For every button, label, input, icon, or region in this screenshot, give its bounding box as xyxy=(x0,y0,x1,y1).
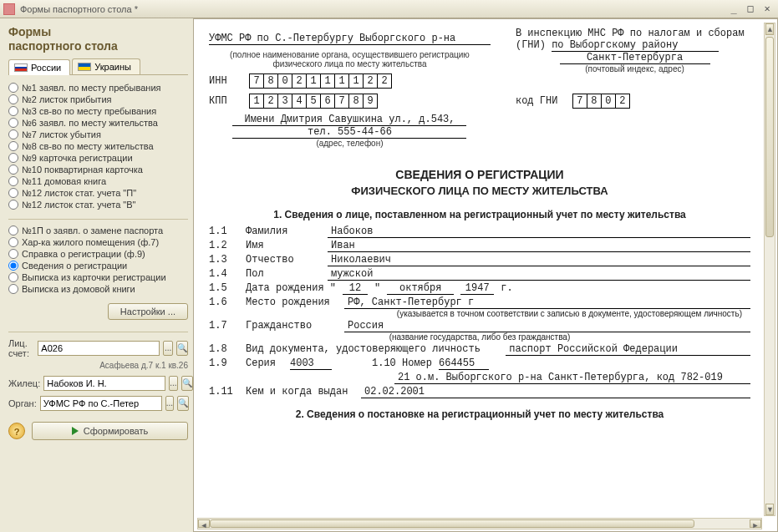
code-cell: 7 xyxy=(249,73,264,89)
form-list-2: №1П о заявл. о замене паспортаХар-ка жил… xyxy=(8,225,188,295)
tab-ukraine[interactable]: Украины xyxy=(72,58,140,74)
form-radio-item[interactable]: №1 заявл. по месту пребывания xyxy=(8,82,188,94)
code-cell: 2 xyxy=(292,73,307,89)
tenant-search-button[interactable]: 🔍 xyxy=(181,376,193,391)
form-radio-label: №6 заявл. по месту жительства xyxy=(22,118,158,128)
form-radio-item[interactable]: №7 листок убытия xyxy=(8,129,188,140)
form-radio-item[interactable]: Хар-ка жилого помещения (ф.7) xyxy=(8,236,188,248)
tab-russia[interactable]: России xyxy=(8,59,70,75)
inn-cells: 7802111122 xyxy=(249,73,392,89)
org-browse-button[interactable]: ... xyxy=(165,396,174,411)
org-input[interactable] xyxy=(40,396,162,411)
gni-cells: 7802 xyxy=(572,94,630,109)
org-search-button[interactable]: 🔍 xyxy=(177,396,189,411)
insp-gni-label: (ГНИ) xyxy=(516,39,546,51)
scroll-down-icon[interactable]: ▼ xyxy=(765,504,774,515)
form-radio-label: №12 листок стат. учета "В" xyxy=(22,200,136,210)
code-cell: 1 xyxy=(249,94,264,109)
help-icon[interactable]: ? xyxy=(8,423,25,439)
code-cell: 2 xyxy=(363,73,378,89)
generate-label: Сформировать xyxy=(84,426,149,436)
form-radio-item[interactable]: №10 поквартирная карточка xyxy=(8,164,188,175)
scroll-up-icon[interactable]: ▲ xyxy=(765,23,774,35)
code-cell: 2 xyxy=(263,94,278,109)
form-radio-label: №2 листок прибытия xyxy=(22,94,112,104)
titlebar: Формы паспортного стола * _ □ ✕ xyxy=(0,0,778,18)
doc-subtitle: ФИЗИЧЕСКОГО ЛИЦА ПО МЕСТУ ЖИТЕЛЬСТВА xyxy=(209,185,750,197)
val-issuer: 21 о.м. Выборгского р-на Санкт-Петербург… xyxy=(394,372,750,384)
app-icon xyxy=(3,3,15,15)
form-radio-item[interactable]: №12 листок стат. учета "П" xyxy=(8,187,188,199)
form-radio-label: №12 листок стат. учета "П" xyxy=(22,188,136,198)
maximize-button[interactable]: □ xyxy=(743,3,758,15)
scroll-right-icon[interactable]: ► xyxy=(750,519,761,528)
account-search-button[interactable]: 🔍 xyxy=(176,341,188,356)
form-radio-item[interactable]: №8 св-во по месту жительства xyxy=(8,140,188,152)
val-surname: Набоков xyxy=(328,225,750,238)
tenant-input[interactable] xyxy=(43,376,165,391)
form-radio-label: №1П о заявл. о замене паспорта xyxy=(22,225,163,236)
tenant-browse-button[interactable]: ... xyxy=(169,376,177,391)
country-tabs: России Украины xyxy=(8,58,188,75)
form-radio-label: №11 домовая книга xyxy=(22,176,106,186)
code-cell: 7 xyxy=(572,94,587,109)
form-radio-label: Выписка из домовой книги xyxy=(22,284,135,294)
tenant-label: Жилец: xyxy=(8,378,40,388)
org-row: Орган: ... 🔍 xyxy=(8,396,188,411)
form-radio-item[interactable]: Сведения о регистрации xyxy=(8,260,188,271)
val-series: 4003 xyxy=(290,357,332,370)
kpp-label: КПП xyxy=(209,95,242,107)
form-radio-item[interactable]: №11 домовая книга xyxy=(8,175,188,187)
account-label: Лиц. счет: xyxy=(8,338,34,358)
account-input[interactable] xyxy=(38,341,160,356)
account-row: Лиц. счет: ... 🔍 xyxy=(8,338,188,358)
scrollbar-vertical[interactable]: ▲ ▼ xyxy=(764,23,775,516)
scroll-left-icon[interactable]: ◄ xyxy=(198,519,210,528)
scroll-thumb-v[interactable] xyxy=(765,37,774,237)
doc-title: СВЕДЕНИЯ О РЕГИСТРАЦИИ xyxy=(209,168,750,181)
play-icon xyxy=(72,427,79,435)
code-cell: 5 xyxy=(306,94,321,109)
form-radio-label: №1 заявл. по месту пребывания xyxy=(22,83,161,93)
code-cell: 8 xyxy=(348,94,364,109)
form-radio-label: №7 листок убытия xyxy=(22,129,101,139)
insp-caption: (почтовый индекс, адрес) xyxy=(516,64,754,73)
form-radio-item[interactable]: №1П о заявл. о замене паспорта xyxy=(8,225,188,236)
insp-line3: Санкт-Петербурга xyxy=(560,52,710,64)
close-button[interactable]: ✕ xyxy=(760,3,775,15)
form-radio-item[interactable]: №12 листок стат. учета "В" xyxy=(8,199,188,210)
addr-line1: Имени Дмитрия Савушкина ул., д.543, xyxy=(232,114,466,126)
form-radio-item[interactable]: №9 карточка регистрации xyxy=(8,152,188,164)
form-radio-item[interactable]: №2 листок прибытия xyxy=(8,94,188,105)
generate-button[interactable]: Сформировать xyxy=(32,422,188,440)
form-radio-item[interactable]: Выписка из домовой книги xyxy=(8,283,188,295)
account-note: Асафьева д.7 к.1 кв.26 xyxy=(8,361,188,370)
code-cell: 1 xyxy=(320,73,335,89)
val-dob-month: октября xyxy=(387,282,454,295)
code-cell: 2 xyxy=(615,94,630,109)
code-cell: 7 xyxy=(334,94,349,109)
code-cell: 2 xyxy=(377,73,392,89)
kpp-cells: 123456789 xyxy=(249,94,378,109)
org-name: УФМС РФ по С.-Петербургу Выборгского р-н… xyxy=(209,33,491,45)
form-radio-item[interactable]: №3 св-во по месту пребывания xyxy=(8,105,188,117)
scroll-thumb-h[interactable] xyxy=(210,519,694,528)
form-radio-label: Выписка из карточки регистрации xyxy=(22,272,166,282)
scrollbar-horizontal[interactable]: ◄ ► xyxy=(197,518,762,529)
val-doctype: паспорт Российской Федерации xyxy=(506,343,750,356)
val-patronymic: Николаевич xyxy=(328,254,750,266)
val-dob-year: 1947 xyxy=(460,282,494,295)
code-cell: 0 xyxy=(601,94,616,109)
form-radio-item[interactable]: Выписка из карточки регистрации xyxy=(8,271,188,283)
note-citizenship: (название государства, либо без гражданс… xyxy=(209,332,750,342)
form-radio-label: №8 св-во по месту жительства xyxy=(22,141,154,151)
org-label: Орган: xyxy=(8,398,37,408)
form-radio-item[interactable]: Справка о регистрации (ф.9) xyxy=(8,248,188,260)
minimize-button[interactable]: _ xyxy=(726,3,741,15)
document-viewport: УФМС РФ по С.-Петербургу Выборгского р-н… xyxy=(197,23,762,516)
settings-button[interactable]: Настройки ... xyxy=(108,303,188,320)
account-browse-button[interactable]: ... xyxy=(163,341,173,356)
code-cell: 3 xyxy=(277,94,292,109)
code-cell: 8 xyxy=(587,94,602,109)
form-radio-item[interactable]: №6 заявл. по месту жительства xyxy=(8,117,188,129)
